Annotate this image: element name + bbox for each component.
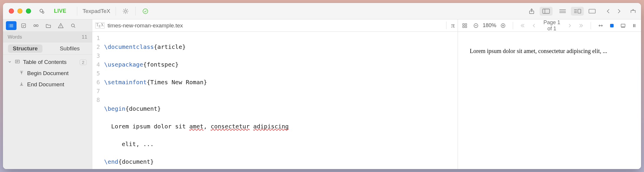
- outline-tree: Table of Contents 2 Begin Document End D…: [3, 55, 92, 90]
- warnings-view-button[interactable]: [55, 21, 66, 30]
- zoom-level[interactable]: 180%: [483, 22, 496, 29]
- traffic-lights: [9, 9, 31, 14]
- svg-rect-37: [465, 26, 467, 27]
- editor-pane: TEX times-new-roman-example.tex π 1 2 3 …: [92, 19, 458, 169]
- svg-rect-21: [22, 24, 25, 27]
- layout-preview-only[interactable]: [586, 7, 599, 16]
- app-window: LIVE TexpadTeX: [3, 3, 641, 169]
- toc-item-label: Begin Document: [27, 70, 68, 77]
- line-number-gutter: 1 2 3 4 5 6 7 8: [92, 32, 102, 169]
- live-indicator[interactable]: LIVE: [54, 8, 66, 14]
- toc-item-label: End Document: [27, 81, 64, 88]
- word-count-label: Words: [8, 34, 22, 40]
- layout-sidebar-toggle[interactable]: [540, 7, 553, 16]
- toc-root[interactable]: Table of Contents 2: [6, 57, 88, 68]
- svg-rect-34: [463, 24, 464, 25]
- svg-rect-5: [543, 9, 549, 13]
- zoom-window-button[interactable]: [26, 9, 31, 14]
- separator: [591, 22, 591, 29]
- preview-header: 180% Page 1 of 1: [458, 19, 641, 32]
- tab-subfiles-label: Subfiles: [60, 45, 80, 52]
- toc-item-end-document[interactable]: End Document: [6, 79, 88, 90]
- svg-point-25: [60, 27, 61, 27]
- presentation-mode-button[interactable]: [619, 21, 627, 30]
- open-file-tab[interactable]: TEX times-new-roman-example.tex: [95, 22, 183, 29]
- layout-editor-only[interactable]: [556, 7, 569, 16]
- prev-page-button[interactable]: [530, 21, 538, 30]
- next-page-button[interactable]: [565, 21, 574, 30]
- separator: [116, 7, 116, 16]
- svg-point-26: [71, 24, 74, 27]
- auto-sync-toggle[interactable]: [607, 21, 616, 30]
- files-view-button[interactable]: [43, 21, 54, 30]
- rendered-output: Lorem ipsum dolor sit amet, consectetur …: [458, 32, 641, 54]
- editor-header: TEX times-new-roman-example.tex π: [92, 19, 458, 32]
- end-document-icon: [19, 81, 24, 88]
- preview-pane: 180% Page 1 of 1 Lorem ipsum dolor sit a…: [458, 19, 641, 169]
- svg-point-23: [36, 24, 38, 27]
- separator: [513, 22, 513, 29]
- nav-arrows: [604, 7, 623, 16]
- outline-view-button[interactable]: [6, 21, 17, 30]
- project-settings-gear-icon[interactable]: [37, 7, 46, 16]
- tab-subfiles[interactable]: Subfiles: [47, 42, 92, 54]
- svg-rect-35: [465, 24, 467, 25]
- layout-panel-toggles: [540, 7, 553, 16]
- main-body: Words 11 Structure Subfiles Table of Con…: [3, 19, 641, 169]
- tab-structure-label: Structure: [8, 44, 42, 53]
- svg-point-20: [9, 27, 9, 27]
- toc-icon: [15, 59, 20, 66]
- zoom-in-button[interactable]: [499, 21, 507, 30]
- symbols-button[interactable]: π: [446, 22, 455, 29]
- toc-root-label: Table of Contents: [23, 59, 67, 65]
- svg-point-18: [9, 24, 9, 25]
- svg-rect-43: [610, 24, 614, 27]
- minimize-window-button[interactable]: [17, 9, 22, 14]
- toc-item-begin-document[interactable]: Begin Document: [6, 68, 88, 79]
- word-count-row: Words 11: [3, 32, 92, 42]
- nav-back-button[interactable]: [604, 7, 613, 16]
- links-view-button[interactable]: [31, 21, 41, 30]
- svg-point-2: [124, 10, 126, 12]
- first-page-button[interactable]: [518, 21, 527, 30]
- separator: [77, 7, 77, 16]
- todos-view-button[interactable]: [18, 21, 29, 30]
- page-status: Page 1 of 1: [541, 19, 563, 32]
- panel-toggle-icon[interactable]: [629, 7, 638, 16]
- svg-point-22: [34, 24, 36, 27]
- svg-point-3: [143, 9, 148, 14]
- sidebar-toolbar: [3, 19, 92, 32]
- editor-header-right: π: [446, 22, 455, 29]
- titlebar: LIVE TexpadTeX: [3, 3, 641, 19]
- layout-split-view[interactable]: [571, 7, 584, 16]
- thumbnails-button[interactable]: [460, 21, 469, 30]
- open-file-name: times-new-roman-example.tex: [108, 22, 183, 29]
- code-lines[interactable]: \documentclass{article} \usepackage{font…: [102, 32, 458, 169]
- nav-forward-button[interactable]: [615, 7, 623, 16]
- svg-rect-14: [589, 9, 595, 13]
- close-window-button[interactable]: [9, 9, 14, 14]
- svg-rect-44: [621, 24, 625, 27]
- begin-document-icon: [19, 70, 24, 77]
- typeset-status-ok-icon: [141, 7, 150, 16]
- svg-point-19: [9, 25, 9, 26]
- share-button[interactable]: [527, 7, 536, 16]
- typeset-settings-gear-icon[interactable]: [121, 7, 130, 16]
- code-editor[interactable]: 1 2 3 4 5 6 7 8 \documentclass{article} …: [92, 32, 458, 169]
- last-page-button[interactable]: [576, 21, 585, 30]
- svg-line-27: [74, 26, 75, 27]
- sidebar-tabs: Structure Subfiles: [3, 42, 92, 55]
- search-view-button[interactable]: [68, 21, 78, 30]
- sync-from-source-button[interactable]: [596, 21, 605, 30]
- preview-viewport[interactable]: Lorem ipsum dolor sit amet, consectetur …: [458, 32, 641, 169]
- svg-rect-13: [578, 9, 581, 13]
- chevron-down-icon: [8, 59, 12, 65]
- typeset-engine-label[interactable]: TexpadTeX: [83, 8, 110, 14]
- tab-structure[interactable]: Structure: [3, 42, 47, 54]
- svg-rect-36: [463, 26, 464, 27]
- tex-file-icon: TEX: [95, 22, 105, 29]
- separator: [135, 7, 136, 16]
- pause-live-button[interactable]: [630, 21, 639, 30]
- layout-editor-modes: [556, 7, 599, 16]
- zoom-out-button[interactable]: [472, 21, 480, 30]
